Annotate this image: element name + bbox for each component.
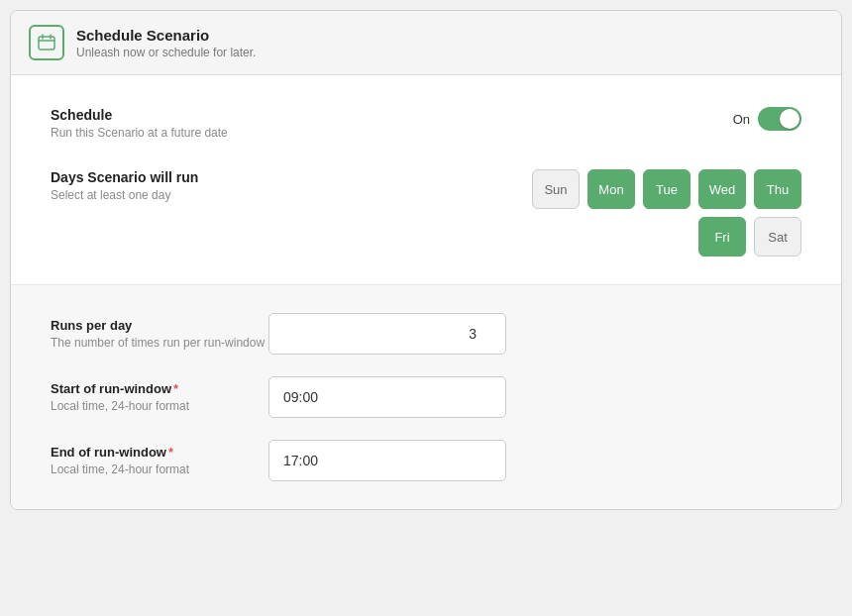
schedule-section: Schedule Run this Scenario at a future d… (11, 75, 841, 285)
schedule-row: Schedule Run this Scenario at a future d… (51, 107, 801, 140)
runs-per-day-input-wrap (268, 313, 506, 355)
toggle-label: On (733, 112, 750, 127)
svg-rect-0 (39, 37, 54, 50)
end-window-label: End of run-window* Local time, 24-hour f… (51, 445, 268, 476)
header-subtitle: Unleash now or schedule for later. (76, 46, 256, 59)
day-thu[interactable]: Thu (754, 169, 801, 209)
start-window-label: Start of run-window* Local time, 24-hour… (51, 381, 268, 413)
end-window-input[interactable] (268, 440, 506, 481)
schedule-description: Run this Scenario at a future date (51, 126, 228, 140)
header-text: Schedule Scenario Unleash now or schedul… (76, 27, 256, 59)
day-sat[interactable]: Sat (754, 217, 801, 257)
schedule-icon (29, 25, 64, 60)
start-window-input[interactable] (268, 376, 506, 418)
main-card: Schedule Scenario Unleash now or schedul… (10, 10, 842, 510)
end-window-title: End of run-window* (51, 445, 268, 460)
days-top-row: Sun Mon Tue Wed Thu (532, 169, 801, 209)
day-tue[interactable]: Tue (643, 169, 691, 209)
day-fri[interactable]: Fri (698, 217, 746, 257)
header: Schedule Scenario Unleash now or schedul… (11, 11, 841, 75)
end-window-row: End of run-window* Local time, 24-hour f… (51, 440, 801, 481)
runs-per-day-title: Runs per day (51, 318, 268, 333)
start-window-input-wrap (268, 376, 506, 418)
schedule-toggle[interactable] (758, 107, 801, 131)
runs-per-day-label: Runs per day The number of times run per… (51, 318, 268, 350)
header-title: Schedule Scenario (76, 27, 256, 44)
start-window-row: Start of run-window* Local time, 24-hour… (51, 376, 801, 418)
end-window-desc: Local time, 24-hour format (51, 462, 268, 476)
days-title: Days Scenario will run (51, 169, 198, 185)
day-wed[interactable]: Wed (698, 169, 746, 209)
day-sun[interactable]: Sun (532, 169, 580, 209)
runs-per-day-row: Runs per day The number of times run per… (51, 313, 801, 355)
start-window-title: Start of run-window* (51, 381, 268, 396)
day-mon[interactable]: Mon (587, 169, 635, 209)
schedule-title: Schedule (51, 107, 228, 123)
runs-per-day-input[interactable] (268, 313, 506, 355)
end-window-input-wrap (268, 440, 506, 481)
days-label: Days Scenario will run Select at least o… (51, 169, 198, 202)
config-section: Runs per day The number of times run per… (11, 285, 841, 509)
days-description: Select at least one day (51, 188, 198, 202)
start-window-desc: Local time, 24-hour format (51, 399, 268, 413)
runs-per-day-desc: The number of times run per run-window (51, 336, 268, 350)
days-row: Days Scenario will run Select at least o… (51, 169, 801, 257)
schedule-label: Schedule Run this Scenario at a future d… (51, 107, 228, 140)
toggle-group: On (733, 107, 801, 131)
days-bottom-row: Fri Sat (698, 217, 801, 257)
days-grid: Sun Mon Tue Wed Thu Fri Sat (532, 169, 801, 257)
